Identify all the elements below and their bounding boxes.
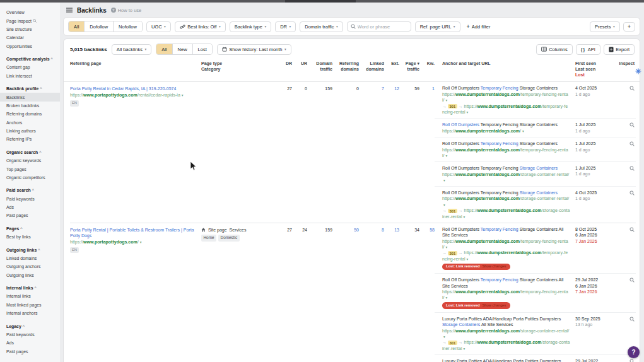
sidebar-item-linking-authors[interactable]: Linking authors <box>0 127 60 135</box>
table-settings-icon[interactable] <box>635 66 641 77</box>
inspect-button[interactable] <box>629 166 635 171</box>
redirect-url[interactable]: → 301 → https://www.dumpsterrentaldogs.c… <box>442 103 570 115</box>
col-kw[interactable]: Kw. <box>419 61 435 66</box>
redirect-url[interactable]: → 301 → https://www.dumpsterrentaldogs.c… <box>442 207 570 219</box>
sidebar-item-paid-pages[interactable]: Paid pages <box>0 347 60 356</box>
menu-icon[interactable] <box>66 8 73 13</box>
sidebar-section-organic-search[interactable]: Organic search^ <box>0 148 60 156</box>
sidebar-item-internal-links[interactable]: Internal links <box>0 292 60 300</box>
sidebar-section-competitive-analysis[interactable]: Competitive analysis^ <box>0 55 60 63</box>
sidebar-item-organic-keywords[interactable]: Organic keywords <box>0 156 60 165</box>
backlinks-scope-filter[interactable]: All backlinks ▾ <box>112 44 152 55</box>
referring-page-url[interactable]: https://www.portapottydogs.com/▾ <box>70 239 196 245</box>
inspect-button[interactable] <box>629 227 635 232</box>
sidebar-item-content-gap[interactable]: Content gap <box>0 63 60 71</box>
show-changes-link[interactable]: Show changes <box>482 264 506 269</box>
sidebar-item-best-by-links[interactable]: Best by links <box>0 233 60 241</box>
inspect-button[interactable] <box>629 122 635 127</box>
sidebar-item-overview[interactable]: Overview <box>0 8 60 16</box>
anchor-link[interactable]: Roll Off Dumpsters <box>442 122 479 127</box>
col-anchor-target-url[interactable]: Anchor and target URL <box>435 61 575 78</box>
anchor-link[interactable]: Storage Containers <box>520 190 558 195</box>
sidebar-item-organic-competitors[interactable]: Organic competitors <box>0 173 60 182</box>
sidebar-section-internal-links[interactable]: Internal links^ <box>0 284 60 292</box>
sidebar-item-broken-backlinks[interactable]: Broken backlinks <box>0 102 60 110</box>
inspect-button[interactable] <box>629 190 635 196</box>
add-filter-button[interactable]: + Add filter <box>464 22 493 32</box>
col-ext[interactable]: Ext. <box>384 61 399 66</box>
sidebar-item-link-intersect[interactable]: Link intersect <box>0 72 60 80</box>
col-ur[interactable]: UR <box>292 61 307 66</box>
sidebar-section-legacy[interactable]: Legacy^ <box>0 322 60 330</box>
sidebar-item-internal-anchors[interactable]: Internal anchors <box>0 309 60 317</box>
show-history-filter[interactable]: Show history: Last month ▾ <box>217 44 291 55</box>
filter-seg-nofollow[interactable]: Nofollow <box>113 21 142 32</box>
anchor-link[interactable]: Storage Containers <box>520 166 558 170</box>
sidebar-item-ads[interactable]: Ads <box>0 203 60 211</box>
target-url[interactable]: https://www.dumpsterrentaldogs.com/stora… <box>442 328 570 339</box>
help-button[interactable]: ? <box>628 346 640 358</box>
col-referring-page[interactable]: Referring page <box>70 61 201 66</box>
anchor-link[interactable]: Storage Containers <box>442 322 480 327</box>
sidebar-item-page-inspect[interactable]: Page inspect <box>0 16 60 25</box>
col-referring-domains[interactable]: Referring domains <box>332 61 359 72</box>
anchor-link[interactable]: Temporary Fencing <box>481 227 518 231</box>
sidebar-item-outgoing-links[interactable]: Outgoing links <box>0 271 60 279</box>
sidebar-section-pages[interactable]: Pages^ <box>0 225 60 233</box>
word-search-box[interactable] <box>347 21 411 32</box>
target-url[interactable]: https://www.dumpsterrentaldogs.com/tempo… <box>442 91 570 103</box>
referring-page-url[interactable]: https://www.portapottydogs.com/rental/ce… <box>70 92 196 98</box>
view-seg-new[interactable]: New <box>172 44 192 54</box>
inspect-button[interactable] <box>629 86 635 91</box>
col-linked-domains[interactable]: Linked domains <box>359 61 384 72</box>
metric-ext[interactable]: 13 <box>394 228 399 232</box>
inspect-button[interactable] <box>629 277 635 283</box>
sidebar-item-paid-keywords[interactable]: Paid keywords <box>0 195 60 203</box>
domain-traffic-filter[interactable]: Domain traffic ▾ <box>300 21 342 32</box>
view-seg-lost[interactable]: Lost <box>192 44 212 54</box>
columns-button[interactable]: Columns <box>536 44 573 55</box>
metric-kw[interactable]: 58 <box>430 228 435 232</box>
target-url[interactable]: https://www.dumpsterrentaldogs.com/tempo… <box>442 147 570 158</box>
redirect-url[interactable]: → 301 → https://www.dumpsterrentaldogs.c… <box>442 250 570 262</box>
ugc-filter[interactable]: UGC ▾ <box>146 21 171 32</box>
inspect-button[interactable] <box>629 359 635 362</box>
sidebar-item-referring-domains[interactable]: Referring domains <box>0 110 60 118</box>
anchor-link[interactable]: Temporary Fencing <box>481 86 518 90</box>
target-url[interactable]: https://www.dumpsterrentaldogs.com/tempo… <box>442 289 570 300</box>
presets-button[interactable]: Presets ▾ <box>590 21 620 32</box>
metric-ext[interactable]: 12 <box>394 86 399 91</box>
backlink-type-filter[interactable]: Backlink type ▾ <box>230 21 271 32</box>
col-first-last-seen[interactable]: First seen Last seen Lost <box>575 61 614 78</box>
target-url[interactable]: https://www.dumpsterrentaldogs.com/stora… <box>442 172 570 183</box>
sidebar-item-site-structure[interactable]: Site structure <box>0 25 60 33</box>
sidebar-item-most-linked-pages[interactable]: Most linked pages <box>0 301 60 309</box>
sidebar-item-ads[interactable]: Ads <box>0 339 60 347</box>
anchor-link[interactable]: Temporary Fencing <box>481 141 518 146</box>
ref-page-url-filter[interactable]: Ref. page URL ▾ <box>415 21 460 32</box>
filter-seg-dofollow[interactable]: Dofollow <box>84 21 113 32</box>
col-page-type[interactable]: Page type Category <box>201 61 276 72</box>
sidebar-item-outgoing-anchors[interactable]: Outgoing anchors <box>0 262 60 271</box>
sidebar-item-top-pages[interactable]: Top pages <box>0 165 60 173</box>
sidebar-item-referring-ips[interactable]: Referring IPs <box>0 135 60 143</box>
export-button[interactable]: Export <box>604 44 635 55</box>
best-links-filter[interactable]: Best links: Off ▾ <box>175 21 226 32</box>
col-domain-traffic[interactable]: Domain traffic <box>307 61 332 72</box>
sidebar-section-backlink-profile[interactable]: Backlink profile^ <box>0 85 60 93</box>
show-changes-link[interactable]: Show changes <box>482 303 506 308</box>
sidebar-section-outgoing-links[interactable]: Outgoing links^ <box>0 245 60 254</box>
sidebar-item-backlinks[interactable]: Backlinks <box>0 93 60 101</box>
search-input[interactable] <box>358 24 407 30</box>
api-button[interactable]: {} API <box>576 44 600 55</box>
col-dr[interactable]: DR <box>276 61 292 66</box>
how-to-use-link[interactable]: ? How to use <box>111 8 142 13</box>
redirect-url[interactable]: → 301 → https://www.dumpsterrentaldogs.c… <box>442 339 570 351</box>
filter-seg-all[interactable]: All <box>69 21 84 32</box>
sidebar-item-calendar[interactable]: Calendar <box>0 33 60 42</box>
dr-filter[interactable]: DR ▾ <box>275 21 296 32</box>
target-url[interactable]: https://www.dumpsterrentaldogs.com/stora… <box>442 196 570 207</box>
referring-page-link[interactable]: Porta Potty Rental | Portable Toilets & … <box>70 227 196 238</box>
inspect-button[interactable] <box>629 317 635 322</box>
sidebar-item-paid-pages[interactable]: Paid pages <box>0 211 60 219</box>
